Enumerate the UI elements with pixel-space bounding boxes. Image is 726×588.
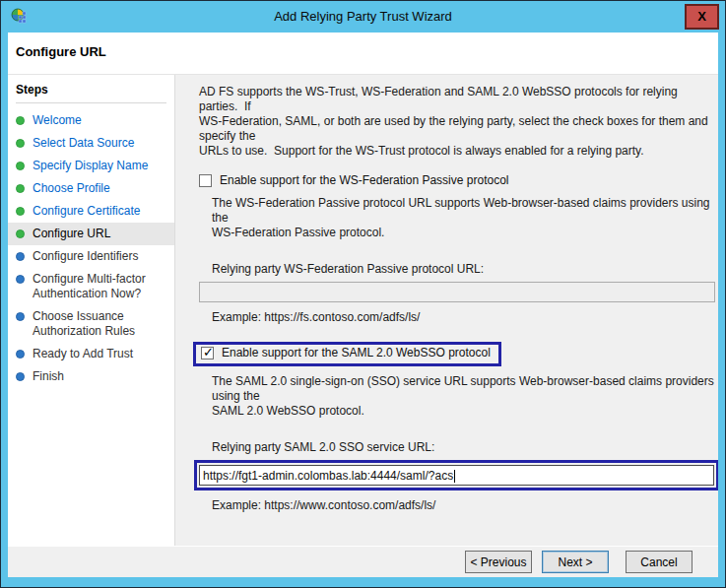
step-select-data-source[interactable]: Select Data Source	[8, 132, 174, 155]
step-choose-issuance-rules: Choose Issuance Authorization Rules	[8, 305, 174, 343]
saml-checkbox-row: Enable support for the SAML 2.0 WebSSO p…	[201, 346, 491, 360]
step-finish: Finish	[8, 365, 174, 388]
wsfed-description: The WS-Federation Passive protocol URL s…	[212, 196, 715, 240]
step-choose-profile[interactable]: Choose Profile	[8, 177, 174, 200]
saml-checkbox-label: Enable support for the SAML 2.0 WebSSO p…	[222, 346, 491, 360]
saml-description: The SAML 2.0 single-sign-on (SSO) servic…	[212, 374, 715, 419]
wsfed-url-label: Relying party WS-Federation Passive prot…	[212, 262, 715, 277]
saml-checkbox[interactable]	[201, 347, 214, 359]
step-done-dot	[16, 139, 25, 148]
window-body: Configure URL Steps Welcome Select Data …	[8, 33, 718, 577]
step-done-dot	[16, 116, 25, 125]
intro-text: AD FS supports the WS-Trust, WS-Federati…	[199, 85, 715, 159]
content-panel: AD FS supports the WS-Trust, WS-Federati…	[175, 75, 718, 546]
page-header: Configure URL	[8, 33, 718, 75]
step-ready-to-add-trust: Ready to Add Trust	[8, 343, 174, 365]
saml-example-text: Example: https://www.contoso.com/adfs/ls…	[212, 498, 715, 513]
step-configure-mfa: Configure Multi-factor Authentication No…	[8, 268, 174, 305]
step-done-dot	[16, 207, 25, 216]
footer-bar: < Previous Next > Cancel	[8, 546, 718, 577]
steps-header: Steps	[8, 75, 174, 98]
step-configure-url: Configure URL	[8, 223, 174, 245]
step-welcome[interactable]: Welcome	[8, 109, 174, 132]
wsfed-url-input	[199, 282, 715, 302]
window-title: Add Relying Party Trust Wizard	[1, 9, 725, 24]
wsfed-checkbox-label: Enable support for the WS-Federation Pas…	[220, 173, 508, 188]
step-upcoming-dot	[16, 275, 25, 284]
next-button[interactable]: Next >	[542, 551, 609, 573]
wsfed-checkbox[interactable]	[199, 174, 212, 187]
saml-sso-url-value: https://fgt1-admin.colombas.lab:4444/sam…	[203, 469, 453, 483]
wizard-window: Add Relying Party Trust Wizard X Configu…	[0, 0, 726, 588]
step-specify-display-name[interactable]: Specify Display Name	[8, 155, 174, 177]
previous-button[interactable]: < Previous	[465, 551, 532, 573]
step-configure-identifiers: Configure Identifiers	[8, 245, 174, 268]
close-button[interactable]: X	[685, 4, 719, 30]
step-configure-certificate[interactable]: Configure Certificate	[8, 200, 174, 223]
step-done-dot	[16, 184, 25, 193]
step-upcoming-dot	[16, 372, 25, 381]
cancel-button[interactable]: Cancel	[626, 551, 693, 573]
step-upcoming-dot	[16, 252, 25, 261]
step-done-dot	[16, 229, 25, 238]
saml-url-label: Relying party SAML 2.0 SSO service URL:	[212, 440, 715, 455]
titlebar[interactable]: Add Relying Party Trust Wizard X	[1, 1, 725, 33]
saml-url-highlight-box: https://fgt1-admin.colombas.lab:4444/sam…	[194, 460, 718, 490]
steps-list: Welcome Select Data Source Specify Displ…	[8, 105, 174, 388]
wsfed-example-text: Example: https://fs.contoso.com/adfs/ls/	[212, 310, 715, 325]
text-caret	[454, 470, 455, 483]
wsfed-checkbox-row: Enable support for the WS-Federation Pas…	[199, 173, 715, 188]
saml-checkbox-highlight-box: Enable support for the SAML 2.0 WebSSO p…	[193, 342, 501, 366]
page-title: Configure URL	[16, 44, 718, 59]
steps-panel: Steps Welcome Select Data Source Specify…	[8, 75, 175, 546]
step-upcoming-dot	[16, 312, 25, 321]
step-upcoming-dot	[16, 350, 25, 359]
steps-divider	[16, 102, 166, 103]
saml-sso-url-input[interactable]: https://fgt1-admin.colombas.lab:4444/sam…	[199, 465, 714, 486]
step-done-dot	[16, 162, 25, 170]
